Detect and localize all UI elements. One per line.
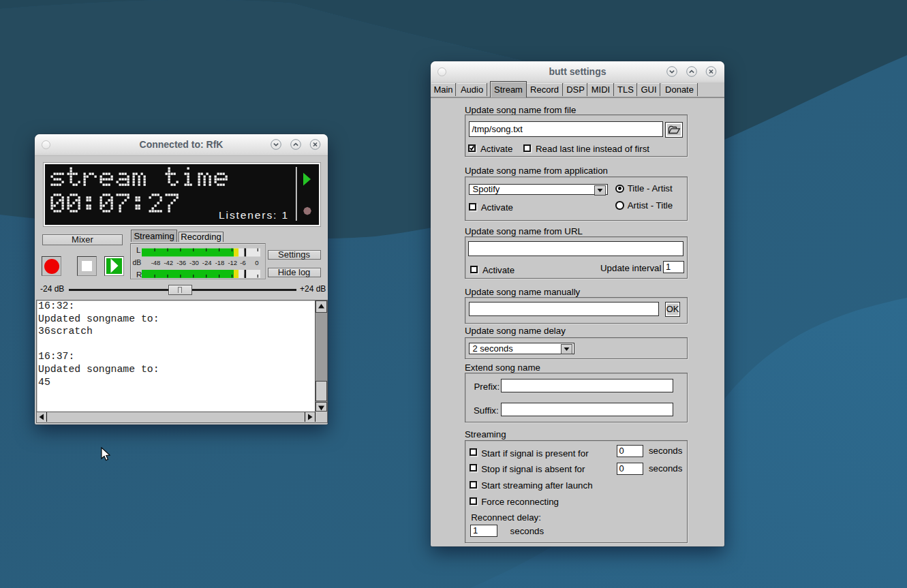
svg-text:-42: -42 xyxy=(164,259,173,266)
svg-text:0: 0 xyxy=(255,259,258,266)
svg-text:L: L xyxy=(136,246,141,254)
svg-text:-18: -18 xyxy=(215,259,225,266)
svg-text:-36: -36 xyxy=(176,259,186,266)
svg-text:-24: -24 xyxy=(202,259,212,266)
svg-text:-30: -30 xyxy=(189,259,199,266)
svg-text:-6: -6 xyxy=(240,259,245,266)
svg-text:-48: -48 xyxy=(151,259,161,266)
svg-text:-12: -12 xyxy=(228,259,237,266)
svg-text:dB: dB xyxy=(133,258,142,266)
svg-text:R: R xyxy=(136,270,142,279)
svg-text:Listeners: 1: Listeners: 1 xyxy=(219,209,289,221)
